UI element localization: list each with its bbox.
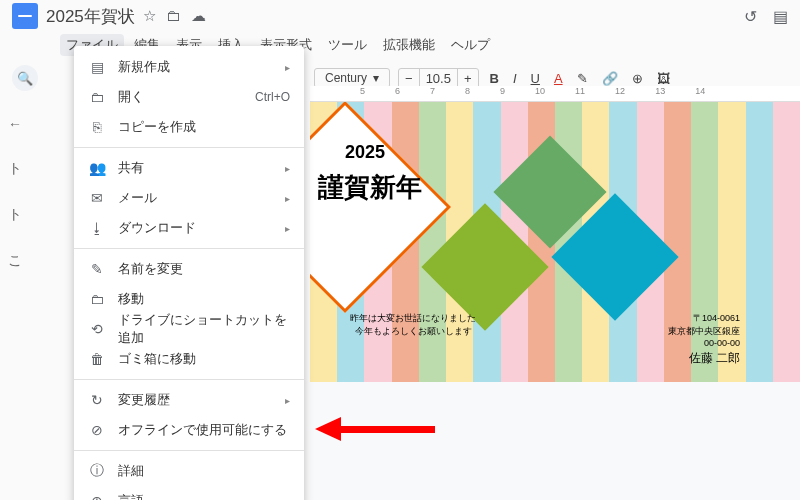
menu-item-share[interactable]: 👥共有▸ xyxy=(74,153,304,183)
download-icon: ⭳ xyxy=(88,220,106,236)
back-icon[interactable]: ← xyxy=(8,116,22,132)
text-color-icon[interactable]: A xyxy=(551,71,566,86)
menu-help[interactable]: ヘルプ xyxy=(445,34,496,56)
offline-icon: ⊘ xyxy=(88,422,106,438)
font-name-label: Century xyxy=(325,71,367,85)
trash-icon: 🗑 xyxy=(88,351,106,367)
menu-item-trash[interactable]: 🗑ゴミ箱に移動 xyxy=(74,344,304,374)
highlight-icon[interactable]: ✎ xyxy=(574,71,591,86)
card-greeting: 謹賀新年 xyxy=(318,170,422,205)
menu-item-copy[interactable]: ⎘コピーを作成 xyxy=(74,112,304,142)
link-icon[interactable]: 🔗 xyxy=(599,71,621,86)
docs-app-icon[interactable] xyxy=(12,3,38,29)
history-icon: ↻ xyxy=(88,392,106,408)
star-icon[interactable]: ☆ xyxy=(143,7,156,25)
file-new-icon: ▤ xyxy=(88,59,106,75)
folder-open-icon: 🗀 xyxy=(88,89,106,105)
sidebar-doc-tab[interactable]: こ xyxy=(8,252,22,270)
chevron-right-icon: ▸ xyxy=(285,62,290,73)
menu-item-download[interactable]: ⭳ダウンロード▸ xyxy=(74,213,304,243)
menu-item-move[interactable]: 🗀移動 xyxy=(74,284,304,314)
menu-extensions[interactable]: 拡張機能 xyxy=(377,34,441,56)
sidebar-doc-tab[interactable]: ト xyxy=(8,160,22,178)
font-size-value[interactable]: 10.5 xyxy=(419,69,458,88)
size-minus[interactable]: − xyxy=(399,69,419,88)
annotation-arrow xyxy=(315,420,435,438)
menu-item-drive-shortcut[interactable]: ⟲ドライブにショートカットを追加 xyxy=(74,314,304,344)
card-year: 2025 xyxy=(345,142,385,163)
menu-item-rename[interactable]: ✎名前を変更 xyxy=(74,254,304,284)
chevron-down-icon: ▾ xyxy=(373,71,379,85)
card-message: 昨年は大変お世話になりました今年もよろしくお願いします xyxy=(350,312,476,337)
move-folder-icon[interactable]: 🗀 xyxy=(166,7,181,25)
drive-shortcut-icon: ⟲ xyxy=(88,321,106,337)
chevron-right-icon: ▸ xyxy=(285,395,290,406)
globe-icon: ⊕ xyxy=(88,493,106,500)
menu-item-history[interactable]: ↻変更履歴▸ xyxy=(74,385,304,415)
comment-icon[interactable]: ⊕ xyxy=(629,71,646,86)
bold-icon[interactable]: B xyxy=(487,71,502,86)
menu-tools[interactable]: ツール xyxy=(322,34,373,56)
cloud-saved-icon: ☁ xyxy=(191,7,206,25)
sidebar-doc-tab[interactable]: ト xyxy=(8,206,22,224)
menu-item-language[interactable]: ⊕言語▸ xyxy=(74,486,304,500)
rename-icon: ✎ xyxy=(88,261,106,277)
font-selector[interactable]: Century ▾ xyxy=(314,68,390,88)
chevron-right-icon: ▸ xyxy=(285,496,290,501)
menu-item-offline[interactable]: ⊘オフラインで使用可能にする xyxy=(74,415,304,445)
menu-item-mail[interactable]: ✉メール▸ xyxy=(74,183,304,213)
move-icon: 🗀 xyxy=(88,291,106,307)
underline-icon[interactable]: U xyxy=(528,71,543,86)
copy-icon: ⎘ xyxy=(88,119,106,135)
menu-item-details[interactable]: ⓘ詳細 xyxy=(74,456,304,486)
chevron-right-icon: ▸ xyxy=(285,193,290,204)
size-plus[interactable]: + xyxy=(458,69,478,88)
chevron-right-icon: ▸ xyxy=(285,163,290,174)
chevron-right-icon: ▸ xyxy=(285,223,290,234)
file-menu-dropdown: ▤新規作成▸ 🗀開くCtrl+O ⎘コピーを作成 👥共有▸ ✉メール▸ ⭳ダウン… xyxy=(74,46,304,500)
mail-icon: ✉ xyxy=(88,190,106,206)
italic-icon[interactable]: I xyxy=(510,71,520,86)
menu-item-new[interactable]: ▤新規作成▸ xyxy=(74,52,304,82)
share-icon: 👥 xyxy=(88,160,106,176)
info-icon: ⓘ xyxy=(88,462,106,480)
document-title[interactable]: 2025年賀状 xyxy=(46,5,135,28)
card-address: 〒104-0061東京都中央区銀座00-00-00佐藤 二郎 xyxy=(668,312,740,367)
image-icon[interactable]: 🖼 xyxy=(654,71,673,86)
horizontal-ruler[interactable]: 567891011121314 xyxy=(310,86,800,102)
page-content[interactable]: 2025 謹賀新年 昨年は大変お世話になりました今年もよろしくお願いします 〒1… xyxy=(310,102,800,382)
history-icon[interactable]: ↺ xyxy=(744,7,757,26)
comments-icon[interactable]: ▤ xyxy=(773,7,788,26)
menu-item-open[interactable]: 🗀開くCtrl+O xyxy=(74,82,304,112)
